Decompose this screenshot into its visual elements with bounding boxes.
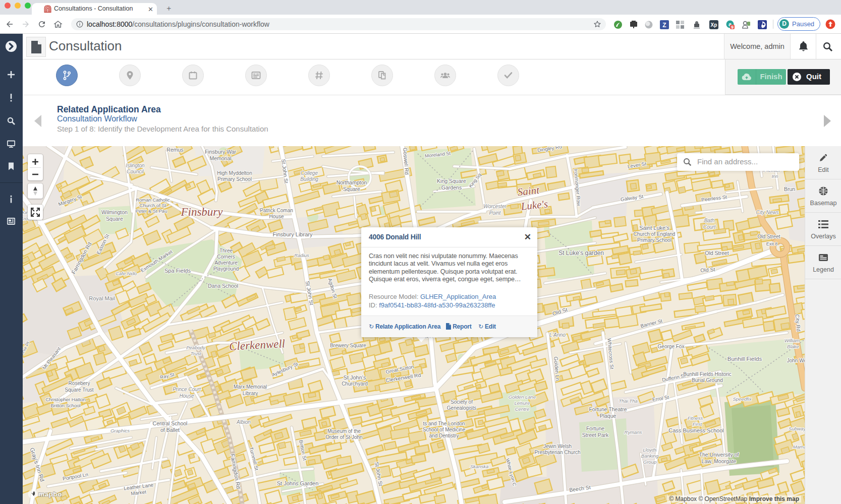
- svg-text:Centre: Centre: [515, 406, 530, 412]
- svg-text:9: 9: [731, 25, 734, 30]
- svg-text:Plaque: Plaque: [600, 413, 616, 419]
- svg-text:Museum of the: Museum of the: [327, 428, 361, 434]
- svg-text:Bunhill Fields: Bunhill Fields: [727, 356, 762, 362]
- svg-text:Banking: Banking: [641, 453, 659, 459]
- svg-text:Fortune: Fortune: [586, 425, 604, 431]
- svg-text:mapbox: mapbox: [38, 490, 62, 498]
- svg-text:Church of St: Church of St: [140, 203, 166, 208]
- svg-text:Brewery Square: Brewery Square: [330, 343, 366, 348]
- svg-text:Finsbury Library: Finsbury Library: [273, 231, 313, 237]
- svg-text:Square: Square: [106, 216, 123, 222]
- svg-text:L'Anno: L'Anno: [549, 332, 566, 338]
- svg-text:King Square: King Square: [437, 178, 466, 184]
- svg-text:Radius: Radius: [294, 253, 309, 258]
- svg-text:St Luke's garden: St Luke's garden: [558, 249, 604, 257]
- svg-text:Skanska: Skanska: [470, 464, 488, 469]
- svg-text:Primary School: Primary School: [217, 176, 252, 182]
- svg-text:College: College: [301, 170, 318, 176]
- svg-text:Square Trust: Square Trust: [65, 387, 93, 393]
- svg-text:Graphics: Graphics: [110, 428, 130, 433]
- svg-text:High Myddelton: High Myddelton: [217, 170, 252, 176]
- svg-text:Leisure: Leisure: [514, 400, 530, 406]
- svg-text:Britton School: Britton School: [50, 403, 80, 408]
- svg-text:Wilmington: Wilmington: [101, 209, 128, 215]
- svg-text:Library: Library: [243, 391, 258, 396]
- svg-text:Church of England: Church of England: [634, 231, 676, 237]
- svg-text:St.John's: St.John's: [344, 374, 366, 381]
- svg-text:Saint Luke's: Saint Luke's: [639, 225, 669, 231]
- svg-text:Adventure: Adventure: [214, 260, 238, 266]
- svg-text:Primary School: Primary School: [637, 237, 671, 243]
- svg-text:Blake: Blake: [787, 344, 799, 349]
- svg-text:Gardens: Gardens: [441, 184, 462, 191]
- svg-text:Golden Lane: Golden Lane: [509, 394, 536, 400]
- svg-text:Brun: Brun: [784, 186, 795, 192]
- svg-text:Spa Fields: Spa Fields: [164, 268, 191, 274]
- svg-text:Street Park: Street Park: [582, 432, 609, 438]
- svg-text:Building: Building: [300, 176, 318, 182]
- svg-text:of Ballet: of Ballet: [160, 427, 180, 433]
- svg-text:Central School: Central School: [153, 420, 188, 426]
- svg-text:Prince Court: Prince Court: [173, 387, 201, 392]
- svg-text:Old Street: Old Street: [705, 250, 728, 256]
- svg-text:William: William: [784, 338, 800, 343]
- svg-text:St Johns Garden: St Johns Garden: [277, 480, 319, 486]
- svg-text:Cass Business School: Cass Business School: [668, 427, 723, 433]
- svg-text:and Dentistry: and Dentistry: [429, 433, 459, 438]
- svg-text:Albion: Albion: [236, 419, 251, 425]
- svg-text:Remus: Remus: [166, 147, 183, 153]
- svg-text:Patrick Coman: Patrick Coman: [260, 208, 293, 213]
- svg-text:ts and The London: ts and The London: [423, 421, 465, 426]
- svg-text:Old St: Old St: [700, 266, 715, 273]
- svg-text:Point: Point: [489, 210, 501, 216]
- svg-text:Subway: Subway: [789, 426, 805, 431]
- svg-text:Cafe Nido: Cafe Nido: [116, 271, 137, 276]
- svg-text:Lloyds: Lloyds: [643, 447, 657, 453]
- svg-text:Bath: Bath: [704, 218, 715, 223]
- svg-text:The University of: The University of: [699, 452, 739, 458]
- svg-text:Court: Court: [703, 224, 716, 230]
- svg-text:Memorial: Memorial: [209, 155, 231, 161]
- svg-text:Group: Group: [643, 459, 656, 465]
- svg-text:Peabody: Peabody: [186, 345, 206, 350]
- svg-text:Marx Memorial: Marx Memorial: [234, 384, 267, 390]
- svg-text:Finsbury: Finsbury: [180, 206, 223, 218]
- svg-text:Genealogists: Genealogists: [447, 405, 476, 411]
- svg-text:Three: Three: [219, 248, 233, 254]
- svg-text:Presbyterian Church: Presbyterian Church: [534, 450, 580, 455]
- svg-text:Old Street: Old Street: [757, 234, 780, 239]
- svg-text:School of Medicine: School of Medicine: [423, 427, 466, 432]
- svg-text:Z: Z: [662, 22, 666, 29]
- svg-text:House: House: [180, 393, 194, 399]
- svg-text:City News: City News: [756, 210, 778, 215]
- svg-text:Jewin Welsh: Jewin Welsh: [543, 444, 572, 449]
- svg-text:Square: Square: [343, 186, 360, 192]
- svg-text:Speedfix: Speedfix: [733, 396, 752, 402]
- svg-text:Xp: Xp: [711, 22, 717, 28]
- svg-text:Roman Catholic: Roman Catholic: [136, 197, 170, 203]
- svg-text:Rosebery: Rosebery: [69, 381, 90, 386]
- svg-text:Council: Council: [127, 169, 144, 174]
- svg-text:House: House: [269, 214, 284, 219]
- svg-text:Fitness: Fitness: [688, 415, 703, 421]
- svg-text:Dana School: Dana School: [208, 283, 238, 289]
- svg-text:Exit 8: Exit 8: [766, 241, 778, 246]
- svg-text:Fortune Theatre: Fortune Theatre: [589, 406, 627, 412]
- svg-text:Islington: Islington: [126, 163, 145, 168]
- svg-text:Saint: Saint: [517, 184, 541, 199]
- svg-text:Rymans: Rymans: [625, 429, 642, 435]
- svg-text:Royal Mail: Royal Mail: [89, 295, 115, 301]
- svg-text:Society of: Society of: [451, 399, 473, 405]
- svg-text:Bunhill Fields Historic: Bunhill Fields Historic: [683, 371, 732, 377]
- svg-text:Burial Ground: Burial Ground: [692, 377, 723, 383]
- svg-text:Order of St John: Order of St John: [325, 434, 362, 440]
- svg-text:Law, Moorgate: Law, Moorgate: [702, 458, 737, 464]
- svg-text:Worcester: Worcester: [483, 204, 507, 209]
- svg-text:George Fox: George Fox: [658, 344, 685, 349]
- svg-text:Playground: Playground: [213, 266, 239, 272]
- svg-text:Trust: Trust: [191, 351, 201, 356]
- svg-text:John Wesl: John Wesl: [787, 358, 805, 363]
- svg-text:First: First: [693, 421, 702, 427]
- svg-text:Finsbury War: Finsbury War: [205, 149, 237, 155]
- svg-text:Peter & St Pau: Peter & St Pau: [136, 208, 167, 214]
